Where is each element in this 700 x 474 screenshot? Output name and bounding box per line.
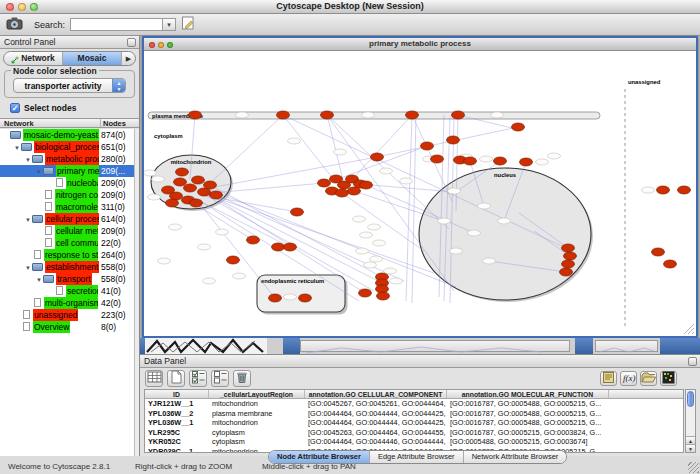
network-node[interactable]	[359, 289, 372, 297]
network-node[interactable]	[174, 178, 187, 186]
network-minimize-button[interactable]	[158, 42, 164, 48]
scroll-down-icon[interactable]: ▼	[686, 444, 695, 452]
search-input[interactable]	[70, 18, 162, 31]
table-scrollbar[interactable]: ▲ ▼	[685, 389, 696, 453]
float-panel-icon[interactable]	[127, 38, 136, 47]
resize-grip[interactable]	[688, 462, 699, 473]
tab-network-attribute-browser[interactable]: Network Attribute Browser	[464, 451, 567, 463]
network-node[interactable]	[360, 181, 373, 189]
tree-row-cellular-metabo[interactable]: cellular metabo209(0)	[0, 225, 134, 237]
network-node[interactable]	[348, 187, 361, 195]
select-nodes-checkbox[interactable]: ✓	[10, 103, 20, 113]
node-color-dropdown[interactable]: transporter activity ▲▼	[13, 78, 126, 93]
scroll-up-icon[interactable]: ▲	[686, 436, 695, 444]
table-row[interactable]: YLR295Ccytoplasm[GO:0045263, GO:0044464,…	[145, 428, 683, 438]
tree-row-cellular-process[interactable]: ▼cellular process614(0)	[0, 213, 134, 225]
network-node[interactable]	[564, 252, 577, 260]
network-node[interactable]	[176, 168, 189, 176]
network-node[interactable]	[299, 294, 312, 302]
column-header-0[interactable]: ID	[145, 390, 209, 398]
tab-mosaic[interactable]: Mosaic	[63, 52, 122, 65]
tree-row-overview[interactable]: Overview8(0)	[0, 321, 134, 333]
network-maximize-button[interactable]	[167, 42, 173, 48]
tree-row-macromolecule[interactable]: macromolecule311(0)	[0, 201, 134, 213]
network-node[interactable]	[277, 111, 290, 119]
search-dropdown-button[interactable]: ▾	[162, 18, 176, 31]
delete-attr-button[interactable]	[233, 370, 251, 387]
network-node[interactable]	[664, 260, 677, 268]
table-row[interactable]: YKR052Ccytoplasm[GO:0044464, GO:0044446,…	[145, 437, 683, 447]
tab-overflow-button[interactable]: ▶	[122, 52, 135, 65]
network-close-button[interactable]	[149, 42, 155, 48]
new-attr-button[interactable]	[167, 370, 185, 387]
network-window-titlebar[interactable]: primary metabolic process	[144, 38, 696, 51]
tree-col-nodes[interactable]: Nodes	[101, 119, 139, 127]
column-header-3[interactable]: annotation.GO MOLECULAR_FUNCTION	[447, 390, 609, 398]
network-node[interactable]	[562, 244, 575, 252]
tree-row-cell-communicat[interactable]: cell communicat22(0)	[0, 237, 134, 249]
load-attr-button[interactable]	[640, 371, 657, 386]
network-node[interactable]	[678, 186, 691, 194]
network-node[interactable]	[192, 176, 205, 184]
scrollbar-thumb[interactable]	[687, 391, 694, 407]
tree-col-network[interactable]: Network	[0, 119, 101, 127]
attr-table-button[interactable]	[145, 370, 163, 387]
tree-scrollbar[interactable]	[134, 129, 139, 456]
network-node[interactable]	[336, 189, 349, 197]
tree-row-metabolic-process[interactable]: ▼metabolic process280(0)	[0, 153, 134, 165]
tab-edge-attribute-browser[interactable]: Edge Attribute Browser	[370, 451, 464, 463]
column-header-2[interactable]: annotation.GO CELLULAR_COMPONENT	[305, 390, 447, 398]
network-node[interactable]	[512, 123, 525, 131]
tab-network[interactable]: Network	[4, 52, 63, 65]
network-node[interactable]	[318, 179, 331, 187]
notepad-button[interactable]	[600, 371, 617, 386]
matrix-button[interactable]	[660, 371, 677, 386]
network-node[interactable]	[377, 292, 390, 300]
network-node[interactable]	[464, 157, 477, 165]
network-node[interactable]	[447, 136, 460, 144]
network-node[interactable]	[421, 142, 434, 150]
network-canvas[interactable]: plasma membranecytoplasmmitochondrionnuc…	[144, 51, 696, 336]
tree-row-nucleobase-[interactable]: nucleobase-209(0)	[0, 177, 134, 189]
network-node[interactable]	[520, 158, 533, 166]
network-node[interactable]	[272, 243, 285, 251]
float-panel-icon[interactable]	[688, 357, 697, 366]
fx-button[interactable]: f(x)	[620, 371, 637, 386]
tree-row-multi-organism-pro[interactable]: multi-organism pro42(0)	[0, 297, 134, 309]
network-node[interactable]	[166, 199, 179, 207]
network-node[interactable]	[657, 186, 670, 194]
network-node[interactable]	[204, 181, 217, 189]
tree-row-primary-metabo[interactable]: ▼primary metabo209(...	[0, 165, 134, 177]
network-node[interactable]	[452, 111, 465, 119]
select-attr-button[interactable]	[189, 370, 207, 387]
network-node[interactable]	[284, 243, 297, 251]
tree-row-response-to-stimulu[interactable]: response to stimulu264(0)	[0, 249, 134, 261]
unselect-attr-button[interactable]	[211, 370, 229, 387]
table-row[interactable]: YJR121W__1mitochondrion[GO:0045267, GO:0…	[145, 399, 683, 409]
network-node[interactable]	[184, 184, 197, 192]
tree-row-biological-process[interactable]: ▼biological_process651(0)	[0, 141, 134, 153]
network-node[interactable]	[494, 157, 507, 165]
network-node[interactable]	[291, 208, 304, 216]
network-node[interactable]	[560, 268, 573, 276]
network-node[interactable]	[371, 153, 384, 161]
tab-node-attribute-browser[interactable]: Node Attribute Browser	[269, 451, 370, 463]
network-node[interactable]	[652, 248, 665, 256]
network-node[interactable]	[562, 260, 575, 268]
network-node[interactable]	[269, 294, 282, 302]
snapshot-button[interactable]	[4, 16, 25, 35]
network-node[interactable]	[189, 111, 202, 119]
network-node[interactable]	[247, 236, 260, 244]
canvas-resize-grip[interactable]	[692, 332, 694, 334]
tree-row-unassigned[interactable]: unassigned223(0)	[0, 309, 134, 321]
network-node[interactable]	[227, 256, 240, 264]
network-node[interactable]	[406, 111, 419, 119]
network-node[interactable]	[190, 199, 203, 207]
tree-row-transport[interactable]: ▼transport558(0)	[0, 273, 134, 285]
column-header-1[interactable]: _cellularLayoutRegion	[209, 390, 305, 398]
tree-row-nitrogen-compo[interactable]: nitrogen compo209(0)	[0, 189, 134, 201]
tree-row-secretion[interactable]: secretion41(0)	[0, 285, 134, 297]
network-node[interactable]	[321, 111, 334, 119]
table-row[interactable]: YPL036W__1mitochondrion[GO:0044464, GO:0…	[145, 418, 683, 428]
tree-row-establishment-of-lo[interactable]: ▼establishment of lo558(0)	[0, 261, 134, 273]
